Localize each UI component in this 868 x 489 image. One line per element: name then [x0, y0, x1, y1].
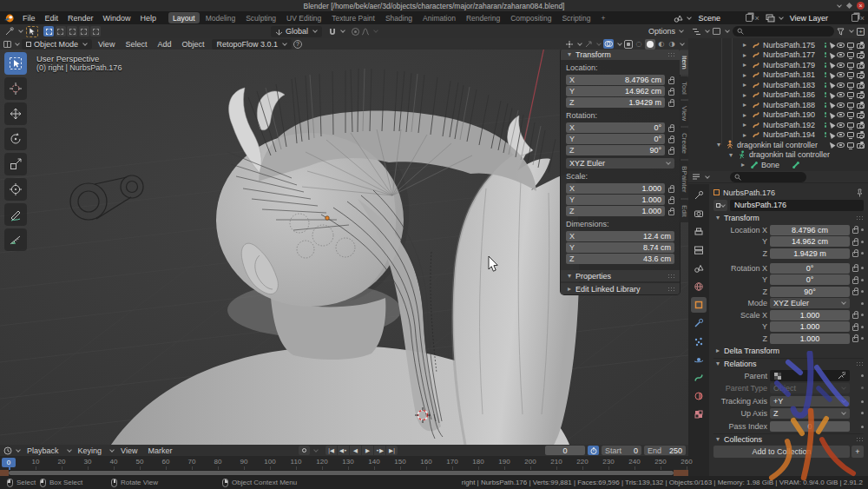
next-keyframe-button[interactable]: •▶ — [374, 446, 385, 455]
render-visibility-icon[interactable] — [857, 143, 865, 149]
lock-icon[interactable] — [852, 314, 858, 319]
select-mode-extend-button[interactable] — [56, 26, 66, 36]
new-view-layer-icon[interactable] — [852, 14, 858, 22]
render-visibility-icon[interactable] — [857, 113, 865, 118]
properties-search-input[interactable] — [730, 172, 806, 182]
menu-edit[interactable]: Edit — [41, 14, 63, 23]
gizmo-extra-icon[interactable] — [584, 40, 593, 49]
window-shade-icon[interactable] — [837, 3, 842, 8]
pass-index-field[interactable]: 0 — [770, 421, 850, 432]
lock-icon[interactable] — [852, 326, 858, 331]
timeline-ruler[interactable]: 10 20 30 40 50 60 70 80 90 100 110 120 1… — [0, 456, 688, 470]
workspace-tab-shading[interactable]: Shading — [381, 14, 417, 23]
view-layer-name-field[interactable]: View Layer — [786, 12, 850, 23]
play-reverse-button[interactable]: ◀ — [350, 446, 361, 455]
outliner-row[interactable]: ▸NurbsPath.181 — [688, 70, 868, 81]
expand-icon[interactable]: ▸ — [740, 121, 749, 129]
tab-object-data-properties[interactable] — [691, 370, 707, 386]
tool-move-button[interactable] — [4, 102, 27, 125]
collapse-icon[interactable]: ▾ — [727, 151, 735, 159]
workspace-tab-animation[interactable]: Animation — [418, 14, 460, 23]
prop-rotation-x-field[interactable]: 0° — [770, 263, 850, 274]
prop-scale-x-field[interactable]: 1.000 — [770, 310, 850, 320]
selectable-icon[interactable] — [827, 61, 835, 69]
retopoflow-dropdown[interactable]: RetopoFlow 3.0.1 — [212, 39, 292, 50]
lock-icon[interactable] — [852, 228, 858, 234]
outliner-search-input[interactable] — [733, 26, 834, 36]
lock-icon[interactable] — [668, 188, 674, 193]
viewport-display-icon[interactable] — [847, 43, 854, 48]
object-name-field[interactable]: NurbsPath.176 — [730, 200, 864, 211]
jump-to-start-button[interactable]: |◀ — [326, 446, 337, 455]
select-mode-invert-button[interactable] — [79, 26, 89, 36]
window-maximize-icon[interactable] — [846, 3, 852, 9]
timeline-menu-keying[interactable]: Keying — [74, 446, 107, 455]
prev-keyframe-button[interactable]: ◀• — [338, 446, 349, 455]
chevron-down-icon[interactable] — [617, 41, 622, 46]
new-collection-icon[interactable]: + — [857, 28, 865, 36]
tab-physics-properties[interactable] — [691, 352, 707, 367]
viewport-display-icon[interactable] — [847, 122, 854, 128]
proportional-edit-control[interactable] — [352, 28, 378, 36]
panel-drag-icon[interactable] — [667, 52, 675, 57]
blender-logo-icon[interactable] — [3, 13, 15, 23]
tab-material-properties[interactable] — [691, 388, 707, 404]
viewport-display-icon[interactable] — [847, 102, 854, 108]
selectable-icon[interactable] — [827, 81, 835, 89]
visibility-icon[interactable] — [837, 132, 845, 137]
animate-dot-icon[interactable] — [861, 400, 864, 403]
tab-tool[interactable]: Tool — [680, 76, 688, 100]
lock-icon[interactable] — [668, 79, 674, 84]
filter-icon[interactable] — [837, 28, 845, 36]
tool-rotate-button[interactable] — [4, 128, 27, 150]
viewport-display-icon[interactable] — [847, 83, 854, 88]
menu-window[interactable]: Window — [99, 14, 135, 23]
viewport-menu-select[interactable]: Select — [121, 40, 151, 49]
chevron-down-icon[interactable] — [15, 41, 20, 46]
outliner-row[interactable]: ▸NurbsPath.186 — [688, 90, 868, 101]
lock-icon[interactable] — [852, 337, 858, 342]
viewport-3d[interactable]: Object Mode View Select Add Object Retop… — [0, 38, 688, 445]
panel-drag-icon[interactable] — [856, 215, 864, 221]
chevron-down-icon[interactable] — [705, 174, 710, 179]
visibility-icon[interactable] — [837, 52, 845, 57]
tab-tool-properties[interactable] — [691, 188, 707, 203]
outliner-row[interactable]: ▸NurbsPath.190 — [688, 110, 868, 121]
location-x-field[interactable]: X8.4796 cm — [566, 75, 665, 85]
expand-icon[interactable]: ▸ — [740, 71, 749, 79]
dimensions-x-field[interactable]: X12.4 cm — [566, 231, 674, 241]
panel-drag-icon[interactable] — [667, 274, 675, 279]
menu-render[interactable]: Render — [63, 14, 98, 23]
dimensions-z-field[interactable]: Z43.6 cm — [566, 254, 674, 264]
workspace-tab-layout[interactable]: Layout — [168, 12, 200, 23]
prop-scale-z-field[interactable]: 1.000 — [770, 334, 850, 344]
xray-toggle-icon[interactable] — [624, 40, 633, 49]
tab-world-properties[interactable] — [691, 279, 707, 294]
tool-scale-button[interactable] — [4, 153, 27, 175]
timeline-menu-playback[interactable]: Playback — [23, 446, 63, 455]
outliner-row[interactable]: ▸NurbsPath.192 — [688, 120, 868, 130]
timeline-scrollbar[interactable] — [9, 471, 674, 475]
transform-panel-header[interactable]: ▾ Transform — [713, 212, 864, 223]
rotation-x-field[interactable]: X0° — [566, 122, 665, 133]
outliner-row-armature[interactable]: ▾dragonkin tail controller — [688, 140, 868, 150]
expand-icon[interactable]: ▸ — [739, 161, 747, 169]
shading-solid-icon[interactable] — [645, 39, 655, 50]
expand-icon[interactable]: ▸ — [740, 41, 749, 49]
tab-view-layer-properties[interactable] — [691, 242, 707, 258]
tab-texture-properties[interactable] — [691, 406, 707, 422]
pin-icon[interactable] — [856, 188, 864, 197]
prop-rotation-z-field[interactable]: 90° — [770, 287, 850, 297]
expand-icon[interactable]: ▸ — [740, 111, 749, 119]
animate-dot-icon[interactable] — [861, 302, 864, 305]
animate-dot-icon[interactable] — [861, 228, 864, 231]
lock-icon[interactable] — [668, 102, 674, 107]
render-visibility-icon[interactable] — [857, 133, 865, 138]
new-scene-icon[interactable] — [746, 14, 753, 22]
shading-material-icon[interactable]: ◐ — [657, 40, 666, 48]
scene-icon[interactable] — [674, 14, 683, 23]
tab-view[interactable]: View — [680, 101, 688, 126]
lock-icon[interactable] — [852, 279, 858, 284]
viewport-menu-object[interactable]: Object — [177, 40, 208, 49]
render-visibility-icon[interactable] — [857, 123, 865, 129]
